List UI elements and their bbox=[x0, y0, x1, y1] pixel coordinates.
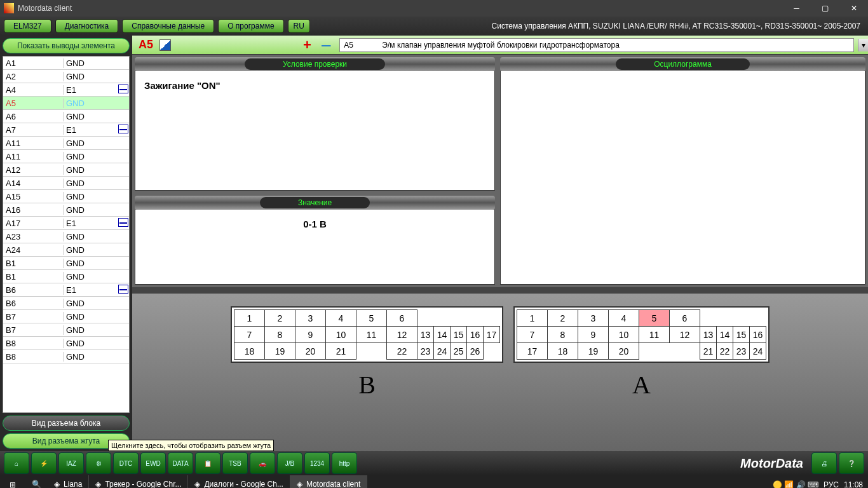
zoom-out-button[interactable]: – bbox=[316, 35, 336, 55]
pin-row[interactable]: A16GND bbox=[3, 203, 129, 217]
selection-bar: A5 + – A5 Э/м клапан управления муфтой б… bbox=[132, 36, 868, 55]
help-button[interactable]: ❔ bbox=[839, 452, 864, 474]
dropdown-icon[interactable]: ▾ bbox=[858, 39, 868, 51]
content: A5 + – A5 Э/м клапан управления муфтой б… bbox=[132, 36, 868, 451]
pin-row[interactable]: A2GND bbox=[3, 70, 129, 83]
pin-row[interactable]: A4E1 bbox=[3, 83, 129, 97]
pin-row[interactable]: A7E1 bbox=[3, 123, 129, 137]
condition-body: Зажигание "ON" bbox=[135, 71, 495, 191]
titlebar: Motordata client ─ ▢ ✕ bbox=[0, 0, 868, 17]
pin-row[interactable]: B7GND bbox=[3, 310, 129, 323]
minimize-button[interactable]: ─ bbox=[782, 0, 811, 17]
tool-button[interactable]: J/B bbox=[277, 452, 302, 474]
pin-row[interactable]: A17E1 bbox=[3, 217, 129, 230]
tool-button[interactable]: ⌂ bbox=[4, 452, 29, 474]
tray-clock: 11:08 bbox=[844, 480, 863, 488]
btn-about[interactable]: О программе bbox=[218, 19, 283, 33]
pin-row[interactable]: A23GND bbox=[3, 230, 129, 243]
start-button[interactable]: ⊞ bbox=[0, 475, 25, 488]
tooltip: Щелкните здесь, чтобы отобразить разъем … bbox=[108, 440, 274, 451]
print-button[interactable]: 🖨 bbox=[811, 452, 837, 474]
wire-color-icon bbox=[159, 39, 171, 51]
pin-row[interactable]: B6E1 bbox=[3, 283, 129, 297]
tool-button[interactable]: TSB bbox=[222, 452, 248, 474]
pin-row[interactable]: B8GND bbox=[3, 337, 129, 350]
pin-row[interactable]: A5GND bbox=[3, 97, 129, 110]
btn-view-block[interactable]: Вид разъема блока bbox=[3, 416, 130, 431]
taskbar-item[interactable]: ◈Трекер - Google Chr... bbox=[89, 475, 187, 488]
connector-a[interactable]: 123456789101112131415161718192021222324 … bbox=[513, 306, 770, 363]
pin-row[interactable]: A24GND bbox=[3, 243, 129, 257]
tool-button[interactable]: ⚡ bbox=[31, 452, 57, 474]
pin-row[interactable]: B7GND bbox=[3, 323, 129, 337]
close-button[interactable]: ✕ bbox=[839, 0, 868, 17]
system-info: Система управления АКПП, SUZUKI LIANA /E… bbox=[492, 22, 864, 30]
tool-button[interactable]: DATA bbox=[168, 452, 193, 474]
pin-row[interactable]: B1GND bbox=[3, 270, 129, 283]
tool-button[interactable]: DTC bbox=[113, 452, 139, 474]
tray-icons[interactable]: 🟡 📶 🔊 ⌨ bbox=[773, 480, 818, 488]
btn-reference[interactable]: Справочные данные bbox=[122, 19, 214, 33]
pin-desc: Э/м клапан управления муфтой блокировки … bbox=[382, 41, 850, 50]
pin-code: A5 bbox=[344, 41, 382, 50]
btn-elm327[interactable]: ELM327 bbox=[4, 19, 51, 33]
pin-row[interactable]: A1GND bbox=[3, 57, 129, 70]
sidebar: Показать выводы элемента A1GNDA2GNDA4E1A… bbox=[0, 36, 132, 451]
tool-button[interactable]: 1234 bbox=[304, 452, 330, 474]
btn-lang[interactable]: RU bbox=[288, 19, 310, 33]
brand-logo: MotorData bbox=[740, 456, 810, 471]
pin-row[interactable]: A11GND bbox=[3, 137, 129, 150]
pin-row[interactable]: A11GND bbox=[3, 150, 129, 163]
connector-b[interactable]: 1234567891011121314151617181920212223242… bbox=[231, 306, 503, 363]
taskbar-item[interactable]: ◈Диалоги - Google Ch... bbox=[188, 475, 289, 488]
toolstrip: Щелкните здесь, чтобы отобразить разъем … bbox=[0, 451, 868, 475]
tool-button[interactable]: 🚗 bbox=[250, 452, 275, 474]
taskbar-item[interactable]: ◈Liana bbox=[48, 475, 88, 488]
zoom-in-button[interactable]: + bbox=[298, 37, 316, 53]
system-tray[interactable]: 🟡 📶 🔊 ⌨ РУС 11:08 bbox=[768, 480, 868, 488]
taskbar: ⊞ 🔍 ◈Liana◈Трекер - Google Chr...◈Диалог… bbox=[0, 475, 868, 488]
pin-row[interactable]: A15GND bbox=[3, 190, 129, 203]
top-toolbar: ELM327 Диагностика Справочные данные О п… bbox=[0, 17, 868, 36]
tool-button[interactable]: 📋 bbox=[195, 452, 220, 474]
tool-button[interactable]: ⚙ bbox=[86, 452, 111, 474]
value-body: 0-1 В bbox=[135, 210, 495, 285]
taskbar-search[interactable]: 🔍 bbox=[25, 475, 48, 488]
app-icon bbox=[4, 3, 14, 13]
btn-diagnostics[interactable]: Диагностика bbox=[55, 19, 119, 33]
pin-row[interactable]: B6GND bbox=[3, 297, 129, 310]
btn-show-pins[interactable]: Показать выводы элемента bbox=[3, 38, 130, 53]
pin-row[interactable]: A12GND bbox=[3, 163, 129, 177]
tray-lang[interactable]: РУС bbox=[824, 480, 839, 488]
tool-button[interactable]: http bbox=[332, 452, 357, 474]
pin-row[interactable]: B1GND bbox=[3, 257, 129, 270]
selected-pin: A5 bbox=[132, 38, 159, 51]
panel-header-value: Значение bbox=[135, 196, 495, 210]
pin-row[interactable]: A6GND bbox=[3, 110, 129, 123]
panel-header-oscillogram: Осциллограмма bbox=[500, 57, 865, 71]
connector-area: 1234567891011121314151617181920212223242… bbox=[132, 287, 868, 451]
app-title: Motordata client bbox=[18, 4, 72, 13]
pin-selector[interactable]: A5 Э/м клапан управления муфтой блокиров… bbox=[339, 38, 854, 52]
panel-header-condition: Условие проверки bbox=[135, 57, 495, 71]
pin-row[interactable]: B8GND bbox=[3, 350, 129, 363]
tool-button[interactable]: IAZ bbox=[58, 452, 84, 474]
maximize-button[interactable]: ▢ bbox=[811, 0, 839, 17]
pin-row[interactable]: A14GND bbox=[3, 177, 129, 190]
oscillogram-body bbox=[500, 71, 865, 285]
pin-list[interactable]: A1GNDA2GNDA4E1A5GNDA6GNDA7E1A11GNDA11GND… bbox=[3, 56, 130, 413]
tool-button[interactable]: EWD bbox=[140, 452, 166, 474]
taskbar-item[interactable]: ◈Motordata client bbox=[290, 475, 367, 488]
